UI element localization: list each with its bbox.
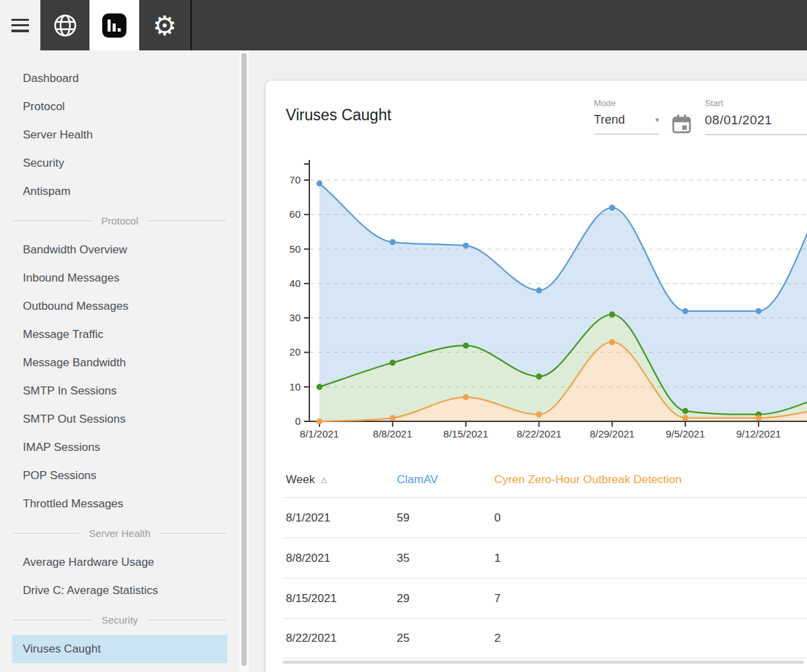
y-tick-label: 70 [289,174,301,185]
mode-value: Trend [594,113,625,127]
table-row: 8/8/2021351 [282,538,807,578]
topbar-separator [190,0,192,50]
calendar-button[interactable] [670,114,693,136]
table-cell: 2 [491,632,807,645]
table-row: 8/1/2021590 [282,497,807,538]
table-cell: 25 [393,632,491,645]
viruses-table: Week△ClamAVCyren Zero-Hour Outbreak Dete… [282,462,807,659]
sidebar-item-throttled-messages[interactable]: Throttled Messages [0,490,239,518]
report-card: Viruses Caught Mode Trend ▾ Start 08/01/… [266,81,807,672]
hamburger-zone [0,0,40,50]
data-point-marker [609,205,615,211]
sidebar-item-smtp-in-sessions[interactable]: SMTP In Sessions [0,377,239,405]
sidebar-section-label: Server Health [89,528,151,539]
data-point-marker [756,415,762,421]
tab-reports-active[interactable] [89,0,139,50]
data-point-marker [683,408,689,414]
data-point-marker [389,360,395,366]
sidebar-item-viruses-caught[interactable]: Viruses Caught [12,635,227,663]
sidebar-item-drive-c-average-statistics[interactable]: Drive C: Average Statistics [0,577,239,605]
start-label: Start [705,98,807,108]
data-point-marker [536,411,542,417]
start-date-field: Start 08/01/2021 [705,98,807,135]
sidebar-item-imap-sessions[interactable]: IMAP Sessions [0,433,239,462]
mode-select[interactable]: Trend ▾ [594,113,659,134]
sidebar-item-dashboard[interactable]: Dashboard [0,65,239,93]
sidebar-item-message-traffic[interactable]: Message Traffic [0,321,239,349]
y-tick-label: 60 [289,208,301,220]
table-cell: 29 [393,592,491,605]
sidebar: DashboardProtocolServer HealthSecurityAn… [0,50,239,672]
table-cell: 8/1/2021 [282,511,393,525]
data-point-marker [317,419,323,425]
sidebar-item-bandwidth-overview[interactable]: Bandwidth Overview [0,236,239,264]
x-tick-label: 9/12/2021 [736,428,781,439]
data-point-marker [683,415,689,421]
table-cell: 35 [393,552,491,565]
x-tick-label: 8/1/2021 [300,428,339,439]
table-cell: 8/15/2021 [282,592,393,605]
tab-settings[interactable]: ⚙ [139,0,190,50]
column-header-label: Week [286,473,315,487]
data-point-marker [317,181,323,187]
sidebar-section-security: Security [0,605,239,635]
column-header-clamav[interactable]: ClamAV [393,473,491,487]
y-tick-label: 30 [289,312,301,323]
sidebar-section-label: Security [102,614,138,626]
sidebar-item-protocol[interactable]: Protocol [0,93,239,121]
x-tick-label: 8/22/2021 [516,428,562,439]
sidebar-item-smtp-out-sessions[interactable]: SMTP Out Sessions [0,405,239,433]
sidebar-item-outbound-messages[interactable]: Outbound Messages [0,292,239,321]
bar-chart-icon [101,12,128,39]
column-header-cyren-zero-hour-outbreak-detection[interactable]: Cyren Zero-Hour Outbreak Detection [491,473,807,487]
chevron-down-icon: ▾ [655,116,659,124]
table-horizontal-scrollbar[interactable] [282,661,804,664]
sidebar-item-server-health[interactable]: Server Health [0,121,239,149]
sidebar-item-antispam[interactable]: Antispam [0,177,239,206]
sidebar-item-inbound-messages[interactable]: Inbound Messages [0,264,239,292]
sidebar-item-message-bandwidth[interactable]: Message Bandwidth [0,349,239,377]
globe-icon [50,11,80,40]
menu-icon[interactable] [11,19,29,32]
data-point-marker [609,312,615,318]
data-point-marker [536,288,542,294]
x-tick-label: 8/15/2021 [443,428,488,439]
data-point-marker [389,239,395,245]
calendar-icon [671,114,692,134]
sidebar-section-server-health: Server Health [0,518,239,548]
start-date-input[interactable]: 08/01/2021 [705,113,807,135]
y-tick-label: 40 [289,278,301,289]
start-date-value: 08/01/2021 [705,113,772,128]
data-point-marker [463,394,469,401]
data-point-marker [756,308,762,314]
x-tick-label: 8/8/2021 [373,428,412,439]
sidebar-scrollbar-thumb[interactable] [241,53,247,666]
y-tick-label: 20 [289,346,301,358]
data-point-marker [609,339,615,345]
mode-label: Mode [594,98,659,108]
table-row: 8/22/2021252 [282,618,807,659]
sidebar-scrollbar[interactable] [239,50,249,672]
sidebar-item-pop-sessions[interactable]: POP Sessions [0,462,239,490]
table-cell: 8/8/2021 [282,552,393,565]
sidebar-section-label: Protocol [101,215,138,226]
x-tick-label: 8/29/2021 [590,428,635,439]
sidebar-item-average-hardware-usage[interactable]: Average Hardware Usage [0,548,239,577]
column-header-label: ClamAV [397,473,438,487]
gear-icon: ⚙ [153,12,177,39]
table-header-row: Week△ClamAVCyren Zero-Hour Outbreak Dete… [282,462,807,497]
data-point-marker [463,243,469,249]
table-row: 8/15/2021297 [282,578,807,618]
mode-field: Mode Trend ▾ [594,98,659,134]
sort-ascending-icon: △ [321,475,326,484]
table-cell: 8/22/2021 [282,632,393,645]
tab-domains[interactable] [40,0,89,50]
page-title: Viruses Caught [286,106,391,124]
column-header-week[interactable]: Week△ [282,473,393,487]
y-tick-label: 10 [289,381,301,392]
top-bar: ⚙ [0,0,807,50]
column-header-label: Cyren Zero-Hour Outbreak Detection [494,473,682,487]
sidebar-item-security[interactable]: Security [0,149,239,177]
table-cell: 59 [393,511,491,525]
table-cell: 7 [491,592,807,605]
